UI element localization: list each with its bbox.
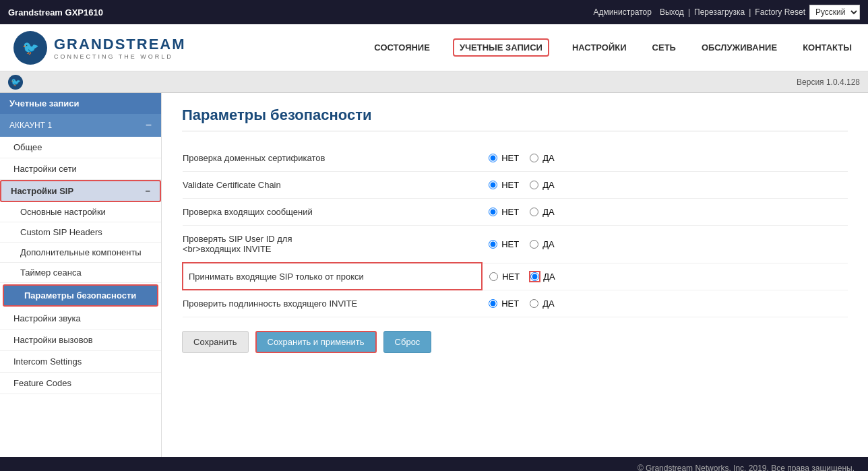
top-bar: Grandstream GXP1610 Администратор Выход … <box>0 0 868 24</box>
radio-validate-chain-no[interactable] <box>489 181 497 189</box>
radio-validate-cert-no[interactable] <box>489 154 497 162</box>
sip-collapse-icon[interactable]: − <box>145 186 150 196</box>
sub-header: 🐦 Версия 1.0.4.128 <box>0 71 868 93</box>
sidebar-item-calls-label: Настройки вызовов <box>13 335 93 345</box>
value-validate-incoming: НЕТ ДА <box>482 199 848 226</box>
logo-area: 🐦 GRANDSTREAM CONNECTING THE WORLD <box>13 31 186 65</box>
table-row: Принимать входящие SIP только от прокси … <box>183 263 848 290</box>
label-check-invite: Проверить подлинность входящего INVITE <box>183 290 482 317</box>
label-no-4: НЕТ <box>502 272 520 282</box>
sidebar-item-security[interactable]: Параметры безопасности <box>3 284 158 307</box>
sidebar-section-label: Учетные записи <box>9 98 79 108</box>
sidebar-item-calls[interactable]: Настройки вызовов <box>0 329 161 351</box>
label-validate-cert-chain: Validate Certificate Chain <box>183 172 482 199</box>
value-validate-cert: НЕТ ДА <box>482 145 848 172</box>
table-row: Проверить подлинность входящего INVITE Н… <box>183 290 848 317</box>
sidebar-item-intercom[interactable]: Intercom Settings <box>0 351 161 373</box>
reset-button[interactable]: Сброс <box>383 331 432 353</box>
sidebar-item-custom-sip[interactable]: Custom SIP Headers <box>0 222 161 243</box>
sidebar-item-sound-label: Настройки звука <box>13 313 81 323</box>
top-bar-actions: Администратор Выход | Перезагрузка | Fac… <box>593 5 860 20</box>
label-no-0: НЕТ <box>501 153 519 163</box>
sidebar-item-feature-codes[interactable]: Feature Codes <box>0 373 161 394</box>
reboot-link[interactable]: Перезагрузка <box>694 7 745 17</box>
table-row: Проверка входящих сообщений НЕТ ДА <box>183 199 848 226</box>
sidebar-item-network-settings[interactable]: Настройки сети <box>0 158 161 180</box>
table-row: Проверка доменных сертификатов НЕТ ДА <box>183 145 848 172</box>
collapse-icon[interactable]: − <box>146 119 152 131</box>
admin-link[interactable]: Администратор <box>593 7 652 17</box>
value-check-invite: НЕТ ДА <box>482 290 848 317</box>
sidebar-item-additional[interactable]: Дополнительные компоненты <box>0 243 161 263</box>
nav-status[interactable]: СОСТОЯНИЕ <box>371 38 433 57</box>
value-check-sip-user-id: НЕТ ДА <box>482 226 848 263</box>
main-layout: Учетные записи АККАУНТ 1 − Общее Настрой… <box>0 93 868 457</box>
main-nav: СОСТОЯНИЕ УЧЕТНЫЕ ЗАПИСИ НАСТРОЙКИ СЕТЬ … <box>371 38 855 57</box>
radio-validate-incoming-no[interactable] <box>489 208 497 216</box>
radio-group-validate-chain: НЕТ ДА <box>489 180 841 190</box>
radio-sip-user-id-no[interactable] <box>489 240 497 249</box>
factory-reset-link[interactable]: Factory Reset <box>755 7 805 17</box>
sidebar-item-general-label: Общее <box>13 142 42 152</box>
nav-network[interactable]: СЕТЬ <box>650 38 679 57</box>
account-header[interactable]: АККАУНТ 1 − <box>0 114 161 137</box>
sidebar-section-header: Учетные записи <box>0 93 161 114</box>
logout-link[interactable]: Выход <box>660 7 684 17</box>
save-button[interactable]: Сохранить <box>182 331 249 353</box>
sidebar-item-session-label: Таймер сеанса <box>20 268 82 278</box>
label-check-sip-user-id: Проверять SIP User ID для <br>входящих I… <box>183 226 482 263</box>
radio-validate-cert-yes[interactable] <box>530 154 538 162</box>
radio-validate-incoming-yes[interactable] <box>530 208 538 216</box>
page-title: Параметры безопасности <box>182 106 848 131</box>
sidebar-item-basic-label: Основные настройки <box>20 207 106 217</box>
language-select[interactable]: Русский English <box>809 5 860 20</box>
sidebar-item-sip-label: Настройки SIP <box>11 186 73 196</box>
sidebar-item-network-label: Настройки сети <box>13 164 77 174</box>
sidebar-item-sip-settings[interactable]: Настройки SIP − <box>0 180 161 202</box>
radio-group-check-invite: НЕТ ДА <box>489 299 841 309</box>
radio-group-validate-cert: НЕТ ДА <box>489 153 841 163</box>
nav-settings[interactable]: НАСТРОЙКИ <box>569 38 629 57</box>
device-title: Grandstream GXP1610 <box>8 7 103 18</box>
nav-contacts[interactable]: КОНТАКТЫ <box>800 38 855 57</box>
sidebar-item-additional-label: Дополнительные компоненты <box>20 247 142 257</box>
button-row: Сохранить Сохранить и применить Сброс <box>182 331 848 353</box>
radio-group-validate-incoming: НЕТ ДА <box>489 207 841 217</box>
radio-accept-proxy-no[interactable] <box>489 272 498 281</box>
radio-sip-user-id-yes[interactable] <box>530 240 538 249</box>
label-no-1: НЕТ <box>501 180 519 190</box>
save-apply-button[interactable]: Сохранить и применить <box>255 331 377 353</box>
sidebar-item-sound[interactable]: Настройки звука <box>0 308 161 329</box>
sidebar-item-custom-sip-label: Custom SIP Headers <box>20 227 102 237</box>
sidebar-item-intercom-label: Intercom Settings <box>13 356 82 367</box>
sidebar: Учетные записи АККАУНТ 1 − Общее Настрой… <box>0 93 162 457</box>
label-no-2: НЕТ <box>501 207 519 217</box>
sub-bird-icon: 🐦 <box>8 75 23 90</box>
label-accept-proxy: Принимать входящие SIP только от прокси <box>183 263 482 290</box>
footer: © Grandstream Networks, Inc. 2019. Все п… <box>0 457 868 471</box>
radio-check-invite-no[interactable] <box>489 299 497 308</box>
radio-validate-chain-yes[interactable] <box>530 181 538 189</box>
nav-maintenance[interactable]: ОБСЛУЖИВАНИЕ <box>699 38 780 57</box>
label-yes-0: ДА <box>542 153 554 163</box>
sidebar-item-basic[interactable]: Основные настройки <box>0 202 161 222</box>
brand-tagline: CONNECTING THE WORLD <box>54 53 186 60</box>
label-no-3: НЕТ <box>501 239 519 249</box>
header: 🐦 GRANDSTREAM CONNECTING THE WORLD СОСТО… <box>0 24 868 71</box>
radio-check-invite-yes[interactable] <box>530 299 538 308</box>
nav-accounts[interactable]: УЧЕТНЫЕ ЗАПИСИ <box>453 38 549 57</box>
version-text: Версия 1.0.4.128 <box>797 77 860 87</box>
sidebar-item-general[interactable]: Общее <box>0 137 161 158</box>
sidebar-item-session-timer[interactable]: Таймер сеанса <box>0 263 161 283</box>
label-no-5: НЕТ <box>501 299 519 309</box>
table-row: Validate Certificate Chain НЕТ ДА <box>183 172 848 199</box>
label-validate-cert: Проверка доменных сертификатов <box>183 145 482 172</box>
logo-icon: 🐦 <box>13 31 47 65</box>
sidebar-item-security-label: Параметры безопасности <box>24 290 136 301</box>
radio-accept-proxy-yes[interactable] <box>530 272 539 281</box>
label-yes-2: ДА <box>542 207 554 217</box>
settings-table: Проверка доменных сертификатов НЕТ ДА Va… <box>182 145 848 317</box>
label-validate-incoming: Проверка входящих сообщений <box>183 199 482 226</box>
sidebar-item-feature-label: Feature Codes <box>13 378 71 388</box>
main-content: Параметры безопасности Проверка доменных… <box>162 93 868 457</box>
